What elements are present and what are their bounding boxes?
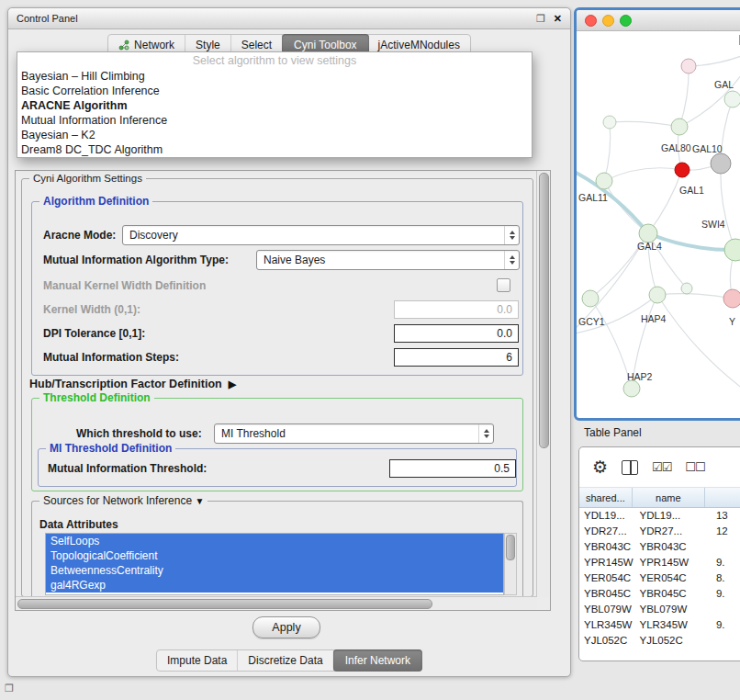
column-header[interactable]	[705, 488, 740, 507]
table-row[interactable]: YBR045CYBR045C9.	[579, 586, 740, 602]
data-attributes-list[interactable]: SelfLoopsTopologicalCoefficientBetweenne…	[45, 533, 504, 595]
algorithm-option[interactable]: Bayesian – Hill Climbing	[17, 69, 532, 84]
hub-definition-toggle[interactable]: Hub/Transcription Factor Definition ▶	[29, 378, 236, 390]
algorithm-option[interactable]: Bayesian – K2	[17, 128, 532, 142]
data-attribute-item[interactable]: BetweennessCentrality	[46, 563, 503, 578]
network-edge[interactable]	[590, 299, 632, 389]
tab-infer-network[interactable]: Infer Network	[333, 649, 422, 672]
sources-title-row[interactable]: Sources for Network Inference ▼	[39, 494, 207, 508]
settings-horizontal-scrollbar[interactable]	[16, 596, 537, 610]
table-row[interactable]: YPR145WYPR145W9.	[579, 555, 740, 570]
network-canvas-svg: GALGAL80GAL10GAL11GAL1SWI4GAL4GCY1HAP4HA…	[577, 31, 740, 413]
algorithm-option[interactable]: ARACNE Algorithm	[17, 98, 532, 113]
table-cell: 9.	[712, 617, 740, 633]
table-row[interactable]: YER054CYER054C8.	[579, 570, 740, 586]
table-row[interactable]: YDR27...YDR27...12	[579, 524, 740, 539]
mi-threshold-label: Mutual Information Threshold:	[48, 462, 207, 475]
mi-threshold-field[interactable]: 0.5	[389, 459, 516, 478]
gear-icon[interactable]: ⚙	[592, 458, 608, 476]
manual-kernel-label: Manual Kernel Width Definition	[43, 279, 206, 292]
data-attribute-item[interactable]: gal4RGexp	[46, 578, 503, 593]
scrollbar-thumb[interactable]	[539, 173, 549, 448]
table-panel-label: Table Panel	[584, 426, 642, 439]
network-node[interactable]	[623, 380, 640, 397]
network-node[interactable]	[724, 91, 740, 107]
control-panel-titlebar[interactable]: Control Panel ❐ ✕	[8, 8, 570, 29]
table-row[interactable]: YBL079WYBL079W	[579, 602, 740, 617]
network-edge[interactable]	[604, 122, 611, 181]
network-edge[interactable]	[657, 295, 740, 399]
table-cell: YDL19...	[579, 508, 634, 524]
table-toolbar: ⚙ ☑☑ ☐☐	[579, 447, 740, 488]
close-button[interactable]	[585, 15, 597, 27]
network-node[interactable]	[671, 119, 688, 135]
network-node[interactable]	[675, 163, 690, 177]
dropdown-stepper-icon	[504, 226, 519, 244]
deselect-all-icon[interactable]: ☐☐	[685, 461, 704, 473]
table-row[interactable]: YDL19...YDL19...13	[579, 508, 740, 524]
network-edge[interactable]	[610, 121, 679, 127]
threshold-definition-title: Threshold Definition	[39, 391, 154, 404]
table-row[interactable]: YBR043CYBR043C	[579, 539, 740, 555]
mi-steps-field[interactable]: 6	[394, 348, 519, 367]
kernel-width-field[interactable]: 0.0	[394, 300, 519, 319]
zoom-button[interactable]	[620, 15, 632, 27]
algorithm-definition-group: Algorithm Definition Aracne Mode: Discov…	[31, 201, 523, 376]
data-attribute-item[interactable]: SelfLoops	[46, 534, 503, 548]
network-node[interactable]	[639, 224, 657, 243]
network-edge[interactable]	[679, 66, 689, 127]
algorithm-option[interactable]: Basic Correlation Inference	[17, 84, 532, 98]
network-window-titlebar[interactable]	[577, 10, 740, 31]
tab-discretize-data[interactable]: Discretize Data	[238, 650, 333, 671]
select-all-icon[interactable]: ☑☑	[652, 461, 671, 473]
window-title: Control Panel	[17, 13, 78, 24]
table-cell: 9.	[712, 586, 740, 602]
network-canvas[interactable]: GALGAL80GAL10GAL11GAL1SWI4GAL4GCY1HAP4HA…	[577, 31, 740, 413]
network-node-label: GCY1	[578, 316, 605, 327]
docked-panel-icon[interactable]: ❐	[5, 683, 14, 694]
columns-icon[interactable]	[622, 460, 638, 475]
network-node[interactable]	[603, 116, 616, 129]
which-threshold-dropdown[interactable]: MI Threshold	[214, 423, 494, 444]
network-node[interactable]	[724, 239, 740, 261]
algorithm-option[interactable]: Dream8 DC_TDC Algorithm	[17, 142, 532, 157]
tab-label: jActiveMNodules	[378, 39, 460, 51]
dpi-tolerance-label: DPI Tolerance [0,1]:	[43, 327, 145, 340]
attributes-list-scrollbar[interactable]	[504, 533, 517, 595]
mi-algorithm-type-dropdown[interactable]: Naive Bayes	[256, 250, 520, 270]
network-edge[interactable]	[689, 50, 740, 66]
network-node-label: GAL11	[578, 192, 608, 203]
tab-impute-data[interactable]: Impute Data	[157, 650, 238, 671]
network-node[interactable]	[723, 289, 740, 308]
tab-label: Impute Data	[167, 654, 227, 667]
table-cell: 8.	[712, 570, 740, 586]
dpi-tolerance-field[interactable]: 0.0	[394, 324, 519, 343]
settings-vertical-scrollbar[interactable]	[536, 171, 550, 597]
network-node[interactable]	[596, 173, 612, 189]
network-edge[interactable]	[721, 164, 735, 250]
scrollbar-thumb[interactable]	[17, 599, 432, 609]
algorithm-option[interactable]: Mutual Information Inference	[17, 113, 532, 128]
table-row[interactable]: YLR345WYLR345W9.	[579, 617, 740, 633]
apply-button[interactable]: Apply	[252, 616, 320, 638]
network-node[interactable]	[711, 153, 731, 174]
close-window-icon[interactable]: ✕	[554, 13, 562, 25]
manual-kernel-checkbox[interactable]	[497, 278, 510, 292]
network-edge[interactable]	[657, 294, 733, 299]
column-header[interactable]: name	[633, 488, 705, 507]
column-header[interactable]: shared...	[579, 488, 633, 507]
table-cell: YPR145W	[634, 555, 711, 570]
table-row[interactable]: YJL052CYJL052C	[579, 633, 740, 649]
float-window-icon[interactable]: ❐	[536, 13, 545, 25]
network-edge[interactable]	[648, 170, 682, 233]
minimize-button[interactable]	[602, 15, 614, 27]
network-edge[interactable]	[604, 168, 682, 181]
network-node[interactable]	[681, 59, 696, 73]
aracne-mode-dropdown[interactable]: Discovery	[122, 225, 520, 245]
network-node[interactable]	[681, 283, 692, 294]
threshold-definition-group: Threshold Definition Which threshold to …	[31, 398, 523, 491]
network-node[interactable]	[649, 287, 666, 303]
data-attribute-item[interactable]: TopologicalCoefficient	[46, 548, 503, 563]
network-node[interactable]	[582, 290, 599, 307]
table-cell: 12	[712, 524, 740, 539]
